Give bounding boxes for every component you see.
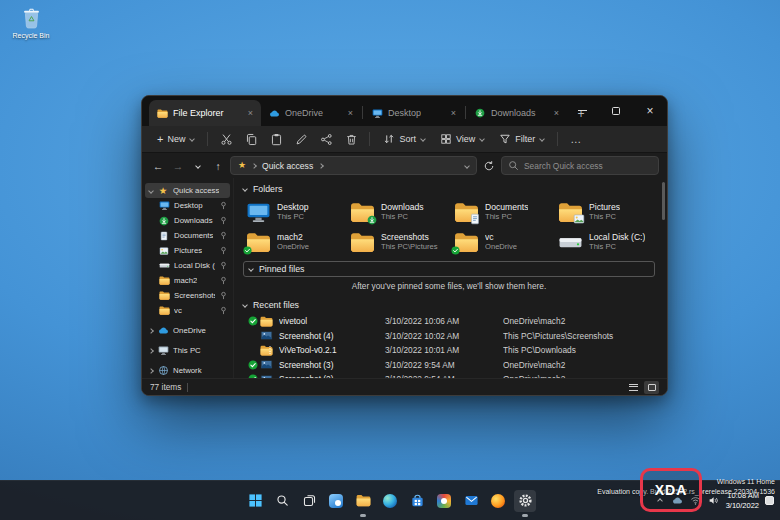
firefox-button[interactable] [487, 490, 509, 512]
filter-label: Filter [515, 134, 535, 144]
navigation-pane: ★ Quick access Desktop Downloads [142, 178, 234, 378]
sidebar-item-documents[interactable]: Documents [145, 228, 230, 243]
task-view-button[interactable] [298, 490, 320, 512]
taskbar-search-button[interactable] [271, 490, 293, 512]
refresh-button[interactable] [481, 157, 497, 175]
breadcrumb[interactable]: Quick access [262, 161, 313, 171]
edge-button[interactable] [379, 490, 401, 512]
paste-button[interactable] [265, 129, 287, 149]
drive-icon [558, 232, 583, 253]
scrollbar[interactable] [662, 182, 665, 374]
recycle-bin-icon [21, 7, 42, 30]
mail-button[interactable] [460, 490, 482, 512]
sidebar-item-downloads[interactable]: Downloads [145, 213, 230, 228]
recent-row-screenshot-4[interactable]: Screenshot (4) 3/10/2022 10:02 AM This P… [243, 329, 655, 344]
folder-tile-screenshots[interactable]: Screenshots This PC\Pictures [347, 228, 447, 256]
widgets-icon [329, 494, 343, 508]
close-button[interactable]: × [633, 96, 667, 125]
tab-downloads[interactable]: Downloads × [467, 100, 567, 126]
delete-button[interactable] [340, 129, 362, 149]
more-options-button[interactable]: … [565, 129, 587, 149]
up-button[interactable]: ↑ [210, 157, 226, 175]
monitor-icon [371, 108, 383, 119]
section-pinned-header[interactable]: Pinned files [243, 261, 655, 277]
folder-icon [158, 275, 170, 286]
minimize-button[interactable] [565, 96, 599, 125]
store-button[interactable] [406, 490, 428, 512]
view-button[interactable]: View [434, 130, 490, 148]
cut-button[interactable] [215, 129, 237, 149]
sort-button[interactable]: Sort [377, 130, 431, 148]
sidebar-item-onedrive[interactable]: OneDrive [145, 323, 230, 338]
star-icon: ★ [157, 185, 169, 196]
onedrive-cloud-icon [268, 108, 280, 119]
content-pane: Folders Desktop This PC [234, 178, 667, 378]
large-thumbnails-view-button[interactable] [644, 381, 659, 394]
widgets-button[interactable] [325, 490, 347, 512]
details-view-button[interactable] [626, 381, 641, 394]
sidebar-item-this-pc[interactable]: This PC [145, 343, 230, 358]
folder-icon [260, 315, 279, 328]
folder-tile-mach2[interactable]: mach2 OneDrive [243, 228, 343, 256]
sidebar-item-pictures[interactable]: Pictures [145, 243, 230, 258]
folder-icon [158, 290, 170, 301]
settings-button[interactable] [514, 490, 536, 512]
recent-row-vivetool-zip[interactable]: ViVeTool-v0.2.1 3/10/2022 10:01 AM This … [243, 343, 655, 358]
share-button[interactable] [315, 129, 337, 149]
chevron-down-icon [479, 136, 485, 142]
tab-onedrive[interactable]: OneDrive × [261, 100, 361, 126]
sidebar-item-network[interactable]: Network [145, 363, 230, 378]
tab-desktop[interactable]: Desktop × [364, 100, 464, 126]
sidebar-item-desktop[interactable]: Desktop [145, 198, 230, 213]
filter-button[interactable]: Filter [493, 130, 550, 148]
tab-label: OneDrive [285, 108, 323, 118]
recent-locations-button[interactable] [190, 157, 206, 175]
view-label: View [456, 134, 475, 144]
maximize-button[interactable] [599, 96, 633, 125]
section-recent-header[interactable]: Recent files [243, 298, 655, 312]
search-input[interactable] [524, 161, 652, 171]
forward-button[interactable]: → [170, 157, 186, 175]
folder-tile-documents[interactable]: Documents This PC [451, 198, 551, 226]
xda-logo: XDA [640, 468, 702, 512]
pin-icon [219, 246, 227, 255]
back-button[interactable]: ← [150, 157, 166, 175]
address-bar-row: ← → ↑ ★ Quick access [142, 153, 667, 178]
rename-button[interactable] [290, 129, 312, 149]
folder-tile-downloads[interactable]: Downloads This PC [347, 198, 447, 226]
scrollbar-thumb[interactable] [662, 182, 665, 220]
copy-button[interactable] [240, 129, 262, 149]
recycle-bin[interactable]: Recycle Bin [7, 7, 55, 39]
pictures-folder-icon [158, 245, 170, 256]
tab-file-explorer[interactable]: File Explorer × [149, 100, 261, 126]
plus-icon: + [157, 134, 163, 145]
folder-tile-pictures[interactable]: Pictures This PC [555, 198, 655, 226]
close-tab-icon[interactable]: × [553, 108, 560, 118]
recent-row-screenshot-3[interactable]: Screenshot (3) 3/10/2022 9:54 AM OneDriv… [243, 358, 655, 373]
folder-tile-local-disk[interactable]: Local Disk (C:) This PC [555, 228, 655, 256]
sidebar-item-quick-access[interactable]: ★ Quick access [145, 183, 230, 198]
sidebar-item-local-disk[interactable]: Local Disk (C:) [145, 258, 230, 273]
notification-icon[interactable] [765, 496, 774, 505]
address-dropdown-button[interactable] [465, 164, 469, 168]
sidebar-item-screenshots[interactable]: Screenshots [145, 288, 230, 303]
sidebar-item-mach2[interactable]: mach2 [145, 273, 230, 288]
address-bar[interactable]: ★ Quick access [230, 156, 477, 175]
view-toggles [623, 381, 659, 394]
folder-tile-vc[interactable]: vc OneDrive [451, 228, 551, 256]
search-box[interactable] [501, 156, 659, 175]
close-tab-icon[interactable]: × [247, 108, 254, 118]
sidebar-item-vc[interactable]: vc [145, 303, 230, 318]
status-bar: 77 items [142, 378, 667, 395]
photos-button[interactable] [433, 490, 455, 512]
recent-row-screenshot-2[interactable]: Screenshot (2) 3/10/2022 9:54 AM OneDriv… [243, 372, 655, 378]
file-explorer-button[interactable] [352, 490, 374, 512]
folder-tile-desktop[interactable]: Desktop This PC [243, 198, 343, 226]
close-tab-icon[interactable]: × [450, 108, 457, 118]
start-button[interactable] [244, 490, 266, 512]
new-button[interactable]: + New [151, 131, 200, 148]
status-divider [187, 383, 188, 392]
section-folders-header[interactable]: Folders [243, 182, 655, 196]
close-tab-icon[interactable]: × [347, 108, 354, 118]
recent-row-vivetool[interactable]: vivetool 3/10/2022 10:06 AM OneDrive\mac… [243, 314, 655, 329]
